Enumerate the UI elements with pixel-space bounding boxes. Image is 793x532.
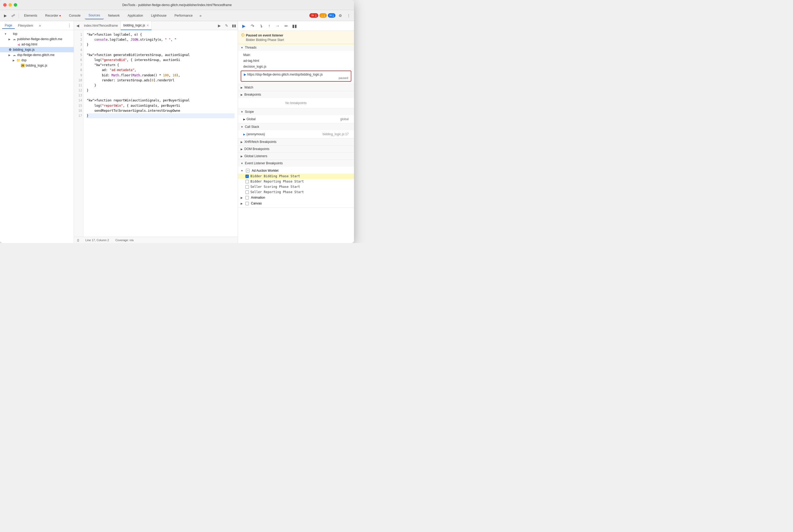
inspect-icon[interactable]: ▶ (2, 12, 9, 19)
elb-header[interactable]: ▼ Event Listener Breakpoints (238, 160, 354, 167)
call-location: bidding_logic.js:17 (323, 132, 349, 136)
tree-arrow-top: ▼ (4, 33, 8, 35)
elb-group-canvas[interactable]: ▶ Canvas (238, 201, 354, 206)
thread-bidding-active[interactable]: ▶ https://dsp-fledge-demo.glitch.me/dsp/… (241, 71, 351, 82)
editor-pause-icon[interactable]: ▮▮ (230, 22, 238, 29)
editor-tab-close-icon[interactable]: × (147, 23, 149, 27)
code-editor[interactable]: "kw">function log(label, o) { console.lo… (83, 30, 238, 237)
global-listeners-header[interactable]: ▶ Global Listeners (238, 153, 354, 159)
tree-item-bidding-selected[interactable]: ▶ ⚙ bidding_logic.js (0, 47, 74, 52)
gear-icon: ⚙ (8, 48, 12, 52)
editor-content: 1234567891011121314151617 "kw">function … (74, 30, 238, 237)
tab-application[interactable]: Application (124, 12, 147, 19)
thread-main[interactable]: Main (238, 52, 354, 58)
dont-pause-button[interactable]: ▮▮ (291, 22, 298, 30)
sidebar-tab-filesystem[interactable]: Filesystem (15, 23, 36, 28)
step-into-button[interactable]: ↴ (257, 22, 264, 30)
tree-label-publisher: publisher-fledge-demo.glitch.me (17, 37, 62, 41)
tree-label-dsp-host: dsp-fledge-demo.glitch.me (17, 53, 54, 57)
device-icon[interactable]: ☍ (10, 12, 17, 19)
scope-global[interactable]: ▶ Global global (238, 116, 354, 122)
settings-icon[interactable]: ⚙ (337, 12, 344, 19)
step-out-button[interactable]: ↑ (265, 22, 273, 30)
xhr-header[interactable]: ▶ XHR/fetch Breakpoints (238, 138, 354, 145)
more-tabs-icon[interactable]: » (197, 12, 204, 19)
tab-network[interactable]: Network (105, 12, 124, 19)
tab-lighthouse[interactable]: Lighthouse (147, 12, 170, 19)
tree-item-adtag[interactable]: ▶ ◀ ad-tag.html (0, 42, 74, 47)
elb-group-animation[interactable]: ▶ Animation (238, 195, 354, 201)
more-options-icon[interactable]: ⋮ (345, 12, 352, 19)
editor-tab-bidding[interactable]: bidding_logic.js × (121, 21, 152, 30)
thread-decision[interactable]: decision_logic.js (238, 64, 354, 70)
elb-label: Event Listener Breakpoints (245, 162, 283, 165)
breakpoints-header[interactable]: ▶ Breakpoints (238, 91, 354, 98)
message-badge[interactable]: ✉ 1 (328, 13, 336, 18)
code-line-10: render: interestGroup.ads[0].renderUrl (87, 78, 234, 83)
threads-header[interactable]: ▼ Threads (238, 44, 354, 51)
elb-group-ad-auction[interactable]: ▼ − Ad Auction Worklet (238, 168, 354, 174)
tab-elements[interactable]: Elements (20, 12, 41, 19)
tree-item-dsp-folder[interactable]: ▶ 📁 dsp (0, 58, 74, 63)
warning-badge[interactable]: △ 1 (319, 13, 327, 18)
code-line-16: sendReportTo(browserSignals.interestGrou… (87, 108, 234, 113)
editor-nav-right[interactable]: ▶ (215, 22, 223, 29)
tree-item-publisher[interactable]: ▶ ☁ publisher-fledge-demo.glitch.me (0, 36, 74, 42)
error-badge[interactable]: ⛔ 1 (309, 13, 318, 18)
editor-pencil-icon[interactable]: ✎ (223, 22, 230, 29)
close-button[interactable] (3, 3, 6, 6)
thread-adtag[interactable]: ad-tag.html (238, 58, 354, 64)
dom-header[interactable]: ▶ DOM Breakpoints (238, 146, 354, 152)
sidebar-tab-page[interactable]: Page (2, 22, 15, 29)
tab-sources[interactable]: Sources (85, 12, 104, 19)
code-line-8: ad: "ad-metadata", (87, 68, 234, 73)
tree-item-bidding-dsp[interactable]: ▶ JS bidding_logic.js (0, 63, 74, 68)
elb-item-bidder-reporting[interactable]: Bidder Reporting Phase Start (238, 179, 354, 184)
elb-checkbox-seller-reporting[interactable] (245, 190, 249, 194)
traffic-lights (3, 3, 17, 6)
watch-label: Watch (244, 86, 253, 89)
tab-console[interactable]: Console (65, 12, 84, 19)
elb-item-bidder-bidding[interactable]: ✓ Bidder Bidding Phase Start (238, 174, 354, 179)
tab-recorder[interactable]: Recorder ● (41, 12, 65, 19)
more-tabs-icon-sidebar[interactable]: » (36, 22, 43, 29)
code-line-7: "kw">return { (87, 63, 234, 68)
call-stack-section: ▼ Call Stack ▶ (anonymous) bidding_logic… (238, 124, 354, 138)
step-over-button[interactable]: ↷ (249, 22, 256, 30)
tab-performance[interactable]: Performance (171, 12, 196, 19)
main-toolbar: ▶ ☍ Elements Recorder ● Console Sources … (0, 10, 354, 21)
scope-content: ▶ Global global (238, 115, 354, 123)
call-item-anon[interactable]: ▶ (anonymous) bidding_logic.js:17 (238, 131, 354, 137)
elb-minus-icon: − (246, 169, 250, 172)
elb-checkbox-seller-scoring[interactable] (245, 185, 249, 189)
editor-status-bar: {} Line 17, Column 2 Coverage: n/a (74, 237, 238, 243)
deactivate-button[interactable]: ✏ (282, 22, 290, 30)
elb-checkbox-canvas[interactable] (245, 202, 249, 205)
elb-item-seller-scoring[interactable]: Seller Scoring Phase Start (238, 184, 354, 189)
maximize-button[interactable] (14, 3, 17, 6)
info-icon: ⓘ (241, 33, 244, 38)
code-line-6: log("generateBid", { interestGroup, auct… (87, 58, 234, 63)
tree-arrow-publisher: ▶ (8, 38, 12, 41)
elb-group-arrow: ▼ (241, 169, 243, 172)
elb-label-bidder-bidding: Bidder Bidding Phase Start (250, 174, 300, 178)
resume-button[interactable]: ▶ (240, 22, 247, 30)
call-name-anon: ▶ (anonymous) (243, 132, 265, 136)
editor-tab-index[interactable]: index.html?fencedframe (81, 21, 121, 30)
scope-header[interactable]: ▼ Scope (238, 108, 354, 115)
watch-header[interactable]: ▶ Watch (238, 84, 354, 91)
minimize-button[interactable] (8, 3, 12, 6)
elb-checkbox-bidder-reporting[interactable] (245, 180, 249, 183)
code-line-11: } (87, 83, 234, 88)
editor-nav-left[interactable]: ◀ (74, 22, 81, 29)
call-stack-header[interactable]: ▼ Call Stack (238, 124, 354, 130)
elb-animation-label: Animation (251, 196, 265, 200)
elb-checkbox-animation[interactable] (245, 196, 249, 200)
elb-checkbox-bidder-bidding[interactable]: ✓ (245, 175, 249, 178)
elb-item-seller-reporting[interactable]: Seller Reporting Phase Start (238, 189, 354, 195)
step-button[interactable]: → (274, 22, 281, 30)
tree-item-dsp-host[interactable]: ▶ ☁ dsp-fledge-demo.glitch.me (0, 52, 74, 58)
sidebar-menu-icon[interactable]: ⋮ (68, 23, 72, 28)
coverage: Coverage: n/a (115, 239, 134, 242)
tree-item-top[interactable]: ▼ top (0, 31, 74, 36)
